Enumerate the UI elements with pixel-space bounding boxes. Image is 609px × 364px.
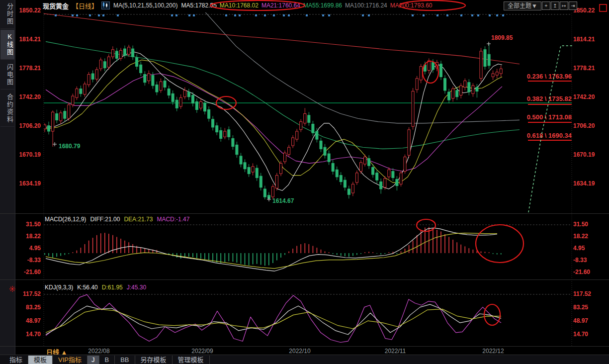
fib-level-label: 0.382 \ 1735.82 [507,95,572,102]
price-axis-label: 1814.21 [573,36,595,43]
price-axis-label: 18.22 [15,233,41,240]
header-ma-value: MA55:1699.86 [303,2,342,9]
tab-指标[interactable]: 指标 [4,356,28,364]
price-axis-label: 1814.21 [15,36,41,43]
price-axis-label: 1850.22 [15,7,41,14]
chart-canvas[interactable] [0,0,609,364]
tab-BB[interactable]: BB [115,356,135,364]
date-label: 2022/11 [381,348,409,355]
fib-level-line [528,140,572,141]
date-label: 2022/12 [479,348,507,355]
indicator-value: DEA:21.73 [124,216,153,223]
symbol-name: 现货黄金 [43,1,69,10]
fib-level-line [528,104,572,105]
fib-level-line [528,122,572,123]
chart-header: 现货黄金 【日线】 MA(5,10,21,55,100,200) MA5:178… [43,0,435,11]
price-axis-label: 1742.20 [573,94,595,100]
header-ma-value: MA10:1768.02 [220,2,259,9]
price-axis-label: 117.52 [573,291,591,297]
header-ma-value: MA5:1782.55 [181,2,216,9]
price-axis-label: 1670.19 [15,152,41,158]
macd-title: MACD(26,12,9) [45,216,86,223]
fib-level-label: 0.236 \ 1763.96 [507,73,572,80]
ma-settings: MA(5,10,21,55,100,200) [113,2,177,9]
price-axis-label: 83.25 [15,304,41,311]
price-axis-label: 31.50 [573,221,588,228]
price-axis-label: 31.50 [15,221,41,228]
price-axis-label: -21.60 [573,269,590,275]
indicator-value: DIFF:21.00 [90,216,120,223]
price-axis-label: 1778.21 [573,65,595,72]
tab-管理模板[interactable]: 管理模板 [173,356,210,364]
extreme-price-label: 1680.79 [59,143,80,150]
tab-VIP指标[interactable]: VIP指标 [53,356,87,364]
price-axis-label: -8.33 [15,257,41,264]
kline-icon [101,1,110,9]
fib-level-line [528,81,572,82]
price-axis-label: 48.97 [15,318,41,324]
price-axis-label: 1634.19 [573,181,595,187]
sidebar-item-分时图[interactable]: 分时图 [0,0,14,29]
header-ma-value: MA200:1793.60 [390,2,433,9]
price-axis-label: 1706.20 [573,123,595,129]
price-axis-label: -21.60 [15,269,41,275]
price-axis-label: 4.95 [15,245,41,252]
indicator-value: K:56.40 [77,284,97,291]
price-axis-label: 83.25 [573,304,588,311]
price-axis-label: 1634.19 [15,181,41,187]
tab-另存模板[interactable]: 另存模板 [135,356,173,364]
tab-模板[interactable]: 模板 [28,356,53,364]
bottom-tab-bar: 指标模板VIP指标JBBB另存模板管理模板 [0,355,609,364]
price-axis-label: 4.95 [573,245,585,252]
sidebar-item-合约资料[interactable]: 合约资料 [0,91,14,127]
sidebar-item-K线图[interactable]: K线图 [0,30,14,60]
indicator-value: D:61.95 [102,284,123,291]
theme-dropdown-button[interactable]: 全部主题▼ [504,1,541,10]
price-axis-label: 117.52 [15,291,41,297]
price-axis-label: -8.33 [573,257,587,264]
pane-collapse-icon[interactable]: ⇥ [569,1,577,10]
pane-up-icon[interactable]: ↥ [551,1,559,10]
indicator-value: MACD:-1.47 [157,216,189,223]
date-label: 2022/08 [85,348,113,355]
trading-app: 分时图K线图闪电图合约资料 现货黄金 【日线】 MA(5,10,21,55,10… [0,0,609,364]
date-label: 2022/10 [286,348,314,355]
price-axis-label: 14.70 [573,331,588,338]
date-label: 2022/09 [188,348,216,355]
indicator-value: J:45.30 [127,284,146,291]
header-ma-value: MA100:1716.24 [345,2,387,9]
tab-J[interactable]: J [87,356,99,364]
price-axis-label: 1742.20 [15,94,41,100]
chart-type-sidebar: 分时图K线图闪电图合约资料 [0,0,15,364]
macd-header: MACD(26,12,9)DIFF:21.00DEA:21.73MACD:-1.… [45,216,197,223]
kdj-title: KDJ(9,3,3) [45,284,73,291]
pane-right-icon[interactable]: ↦ [560,1,568,10]
header-ma-value: MA21:1760.64 [261,2,300,9]
price-axis-label: 14.70 [15,331,41,338]
crosshair-icon[interactable]: + [542,1,550,10]
price-axis-label: 1778.21 [15,65,41,72]
period-tag: 【日线】 [72,1,98,10]
tab-B[interactable]: B [99,356,115,364]
ma-values: MA5:1782.55MA10:1768.02MA21:1760.64MA55:… [181,2,435,9]
extreme-price-label: 1614.67 [272,197,294,204]
kdj-header: KDJ(9,3,3)K:56.40D:61.95J:45.30 [45,284,154,291]
price-axis-label: 18.22 [573,233,588,240]
fib-level-label: 0.618 \ 1690.34 [507,132,572,139]
sidebar-item-闪电图[interactable]: 闪电图 [0,61,14,90]
price-axis-label: 1670.19 [573,152,595,158]
fib-level-label: 0.500 \ 1713.08 [507,113,572,121]
price-axis-label: 48.97 [573,318,588,324]
price-axis-label: 1706.20 [15,123,41,129]
extreme-price-label: 1809.85 [491,34,513,41]
